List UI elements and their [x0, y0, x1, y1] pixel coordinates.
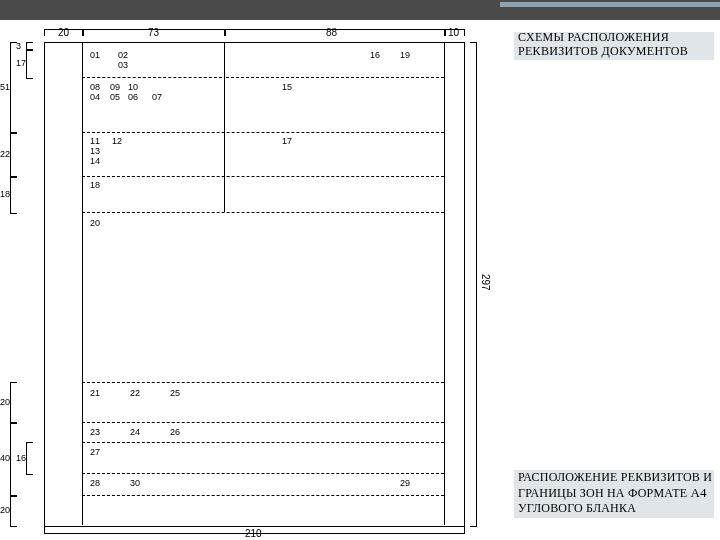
accent-bar — [500, 2, 720, 7]
req-12: 12 — [112, 136, 122, 146]
footer-caption: РАСПОЛОЖЕНИЕ РЕКВИЗИТОВ И ГРАНИЦЫ ЗОН НА… — [518, 470, 712, 516]
dim-top-4: 10 — [448, 27, 459, 38]
req-01: 01 — [90, 50, 100, 60]
page-frame — [44, 42, 465, 527]
dim-right: 297 — [480, 274, 491, 291]
req-09: 09 — [110, 82, 120, 92]
req-16: 16 — [370, 50, 380, 60]
dim-l-3: 22 — [0, 149, 10, 159]
req-28: 28 — [90, 478, 100, 488]
req-29: 29 — [400, 478, 410, 488]
dim-l-8: 20 — [0, 505, 10, 515]
req-05: 05 — [110, 92, 120, 102]
req-26: 26 — [170, 427, 180, 437]
dim-top-3: 88 — [326, 27, 337, 38]
req-07: 07 — [152, 92, 162, 102]
req-24: 24 — [130, 427, 140, 437]
dim-top-2: 73 — [148, 27, 159, 38]
dim-bottom: 210 — [245, 528, 262, 539]
req-22: 22 — [130, 388, 140, 398]
req-11: 11 — [90, 136, 100, 146]
dim-l-5: 20 — [0, 397, 10, 407]
req-08: 08 — [90, 82, 100, 92]
dim-l-1: 17 — [16, 58, 26, 68]
req-30: 30 — [130, 478, 140, 488]
req-18: 18 — [90, 180, 100, 190]
req-27: 27 — [90, 447, 100, 457]
dim-l-7: 16 — [16, 453, 26, 463]
req-14: 14 — [90, 156, 100, 166]
dim-l-4: 18 — [0, 189, 10, 199]
dim-top-1: 20 — [58, 27, 69, 38]
req-03: 03 — [118, 60, 128, 70]
req-10: 10 — [128, 82, 138, 92]
req-20: 20 — [90, 218, 100, 228]
req-13: 13 — [90, 146, 100, 156]
req-23: 23 — [90, 427, 100, 437]
req-19: 19 — [400, 50, 410, 60]
req-02: 02 — [118, 50, 128, 60]
drawing-canvas: 20 73 88 10 210 297 3 17 51 22 18 20 40 … — [0, 20, 500, 540]
req-21: 21 — [90, 388, 100, 398]
dim-l-6: 40 — [0, 453, 10, 463]
req-06: 06 — [128, 92, 138, 102]
dim-l-2: 51 — [0, 82, 10, 92]
req-15: 15 — [282, 82, 292, 92]
req-17: 17 — [282, 136, 292, 146]
req-04: 04 — [90, 92, 100, 102]
req-25: 25 — [170, 388, 180, 398]
title-text: СХЕМЫ РАСПОЛОЖЕНИЯ РЕКВИЗИТОВ ДОКУМЕНТОВ — [518, 30, 688, 58]
